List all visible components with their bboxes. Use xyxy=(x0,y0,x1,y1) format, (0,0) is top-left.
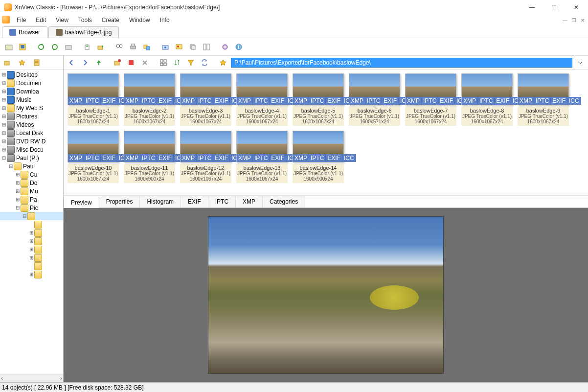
expand-icon[interactable]: ⊞ xyxy=(15,172,21,177)
thumbnail[interactable]: XMPIPTCEXIFICCbaslowEdge-4JPEG TrueColor… xyxy=(236,73,288,126)
thumbnail[interactable]: XMPIPTCEXIFICCbaslowEdge-3JPEG TrueColor… xyxy=(180,73,231,126)
mdi-close[interactable]: ✕ xyxy=(579,17,586,23)
expand-icon[interactable]: ⊟ xyxy=(8,163,14,169)
tree-item[interactable]: ⊞ xyxy=(0,245,63,254)
thumbnail[interactable]: XMPIPTCEXIFICCbaslowEdge-7JPEG TrueColor… xyxy=(405,73,456,126)
recurse-icon[interactable] xyxy=(199,57,210,69)
minimize-button[interactable]: — xyxy=(521,0,543,15)
tab-xmp[interactable]: XMP xyxy=(236,196,263,208)
menu-view[interactable]: View xyxy=(51,16,73,24)
slideshow-icon[interactable] xyxy=(173,41,185,53)
search-icon[interactable] xyxy=(113,41,125,53)
menu-window[interactable]: Window xyxy=(124,16,155,24)
forward-icon[interactable] xyxy=(79,57,91,69)
view-mode-icon[interactable] xyxy=(158,57,169,69)
open-icon[interactable] xyxy=(3,41,15,53)
thumbnail[interactable]: XMPIPTCEXIFICCbaslowEdge-11JPEG TrueColo… xyxy=(124,131,175,183)
tree-item[interactable]: ⊞ xyxy=(0,237,63,245)
expand-icon[interactable]: ⊞ xyxy=(1,130,7,136)
tree-item[interactable]: ⊟Pic xyxy=(0,204,63,212)
move-to-icon[interactable] xyxy=(95,41,107,53)
expand-icon[interactable]: ⊞ xyxy=(1,138,7,144)
expand-icon[interactable]: ⊞ xyxy=(28,255,34,260)
expand-icon[interactable]: ⊞ xyxy=(1,114,7,119)
menu-edit[interactable]: Edit xyxy=(31,16,51,24)
expand-icon[interactable]: ⊞ xyxy=(1,97,7,102)
about-icon[interactable]: i xyxy=(233,41,245,53)
refresh-all-icon[interactable] xyxy=(49,41,61,53)
thumbnail[interactable]: XMPIPTCEXIFICCbaslowEdge-9JPEG TrueColor… xyxy=(518,73,569,126)
compare-icon[interactable] xyxy=(201,41,212,53)
expand-icon[interactable]: ⊞ xyxy=(28,238,34,244)
settings-icon[interactable] xyxy=(219,41,231,53)
thumbnail[interactable]: XMPIPTCEXIFICCbaslowEdge-5JPEG TrueColor… xyxy=(293,73,344,126)
thumbnail[interactable]: XMPIPTCEXIFICCbaslowEdge-1JPEG TrueColor… xyxy=(68,73,119,126)
tree-item[interactable]: ⊞Videos xyxy=(0,120,63,129)
tree-item[interactable]: ⊞Downloa xyxy=(0,87,63,95)
tree-item[interactable]: ⊞Mu xyxy=(0,187,63,195)
tree-item[interactable]: ⊟ xyxy=(0,212,63,220)
tree-item[interactable]: ⊞Cu xyxy=(0,170,63,179)
path-dropdown-icon[interactable] xyxy=(574,57,586,69)
tree-item[interactable]: ⊞Misc Docu xyxy=(0,145,63,154)
expand-icon[interactable]: ⊞ xyxy=(1,72,7,77)
tree-item[interactable]: ⊞Desktop xyxy=(0,70,63,79)
tree-item[interactable]: ⊞Do xyxy=(0,179,63,187)
tab-preview[interactable]: Preview xyxy=(64,197,99,208)
expand-icon[interactable]: ⊞ xyxy=(1,105,7,111)
delete-icon[interactable] xyxy=(139,57,151,69)
tab-iptc[interactable]: IPTC xyxy=(208,196,236,208)
back-icon[interactable] xyxy=(66,57,77,69)
folder-tree[interactable]: ⊞Desktop⊞Documen⊞Downloa⊞Music⊞My Web S⊞… xyxy=(0,69,63,374)
tree-scrollbar[interactable]: ‹› xyxy=(0,374,63,382)
expand-icon[interactable]: ⊞ xyxy=(1,122,7,127)
maximize-button[interactable]: ☐ xyxy=(543,0,565,15)
tree-item[interactable]: ⊞My Web S xyxy=(0,104,63,112)
expand-icon[interactable]: ⊟ xyxy=(1,155,7,161)
thumbnail[interactable]: XMPIPTCEXIFICCbaslowEdge-12JPEG TrueColo… xyxy=(180,131,231,183)
menu-file[interactable]: File xyxy=(12,16,31,24)
capture-icon[interactable] xyxy=(159,41,171,53)
expand-icon[interactable]: ⊞ xyxy=(15,188,21,194)
tree-item[interactable]: ⊞ xyxy=(0,254,63,262)
tree-item[interactable]: ⊟Paul (P:) xyxy=(0,154,63,162)
tree-item[interactable]: ⊞DVD RW D xyxy=(0,137,63,145)
mdi-restore[interactable]: ❐ xyxy=(570,17,577,23)
thumbnail[interactable]: XMPIPTCEXIFICCbaslowEdge-2JPEG TrueColor… xyxy=(124,73,175,126)
folder-new-icon[interactable] xyxy=(2,57,13,68)
expand-icon[interactable]: ⊟ xyxy=(15,205,21,210)
tree-item[interactable]: ⊞Music xyxy=(0,95,63,104)
favorite-icon[interactable] xyxy=(217,57,229,69)
refresh-icon[interactable] xyxy=(35,41,47,53)
thumbnail[interactable]: XMPIPTCEXIFICCbaslowEdge-13JPEG TrueColo… xyxy=(236,131,288,183)
filter-icon[interactable] xyxy=(185,57,197,69)
tree-item[interactable] xyxy=(0,220,63,229)
expand-icon[interactable]: ⊞ xyxy=(28,230,34,235)
acquire-icon[interactable] xyxy=(63,41,74,53)
expand-icon[interactable]: ⊞ xyxy=(28,247,34,252)
mdi-minimize[interactable]: — xyxy=(562,17,568,23)
menu-info[interactable]: Info xyxy=(155,16,175,24)
stop-icon[interactable] xyxy=(125,57,137,69)
convert-icon[interactable] xyxy=(141,41,153,53)
expand-icon[interactable]: ⊞ xyxy=(28,272,34,277)
menu-tools[interactable]: Tools xyxy=(73,16,97,24)
batch-icon[interactable] xyxy=(187,41,199,53)
menu-create[interactable]: Create xyxy=(97,16,124,24)
expand-icon[interactable]: ⊞ xyxy=(15,180,21,185)
thumbnail[interactable]: XMPIPTCEXIFICCbaslowEdge-8JPEG TrueColor… xyxy=(461,73,513,126)
close-button[interactable]: ✕ xyxy=(565,0,587,15)
expand-icon[interactable]: ⊞ xyxy=(1,147,7,152)
expand-icon[interactable]: ⊞ xyxy=(1,89,7,94)
copy-to-icon[interactable] xyxy=(81,41,93,53)
tab-properties[interactable]: Properties xyxy=(99,196,140,208)
tab-categories[interactable]: Categories xyxy=(263,196,305,208)
tree-item[interactable]: ⊞ xyxy=(0,229,63,237)
expand-icon[interactable]: ⊞ xyxy=(15,197,21,202)
sort-icon[interactable] xyxy=(171,57,183,69)
tab-histogram[interactable]: Histogram xyxy=(140,196,181,208)
thumbnail[interactable]: XMPIPTCEXIFICCbaslowEdge-14JPEG TrueColo… xyxy=(293,131,344,183)
tree-item[interactable] xyxy=(0,262,63,270)
tab-browser[interactable]: Browser xyxy=(2,26,47,38)
thumbnail[interactable]: XMPIPTCEXIFICCbaslowEdge-10JPEG TrueColo… xyxy=(68,131,119,183)
